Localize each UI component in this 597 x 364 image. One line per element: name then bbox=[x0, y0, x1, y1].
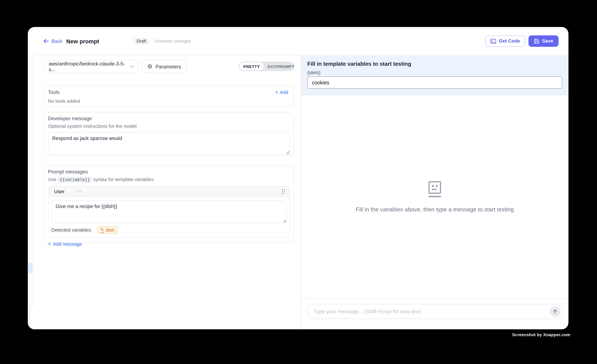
send-button[interactable] bbox=[550, 306, 560, 317]
prompt-messages-card: Prompt messages Use {{variable}} syntax … bbox=[44, 166, 294, 243]
watermark-text: Screenshot by Xnapper.com bbox=[512, 333, 570, 337]
app-window: Back New prompt Draft Unsaved changes Ge… bbox=[28, 27, 568, 329]
gear-icon: ⚙ bbox=[147, 64, 152, 69]
add-tool-button[interactable]: + Add bbox=[275, 90, 288, 95]
empty-state-text: Fill in the variables above, then type a… bbox=[356, 206, 514, 213]
prompt-editor-panel: aws/anthropic/bedrock-claude-3-5-s... ⚙ … bbox=[35, 56, 301, 329]
message-block: User Give me a recipe for {{dish}} bbox=[48, 186, 290, 238]
chevron-down-icon bbox=[130, 65, 134, 68]
detected-variables-label: Detected variables: bbox=[51, 228, 92, 233]
toggle-pretty[interactable]: PRETTY bbox=[239, 62, 264, 70]
tools-card: Tools + Add No tools added bbox=[44, 85, 294, 106]
message-content-textarea[interactable]: Give me a recipe for {{dish}} bbox=[51, 200, 287, 223]
developer-message-textarea[interactable]: Respond as jack sparrow would bbox=[48, 132, 290, 155]
variable-badge-dish[interactable]: ✎ dish bbox=[97, 226, 118, 234]
pencil-icon: ✎ bbox=[101, 228, 104, 232]
back-arrow-icon bbox=[43, 38, 49, 44]
detected-variables-row: Detected variables: ✎ dish bbox=[48, 223, 289, 237]
model-selector-value: aws/anthropic/bedrock-claude-3-5-s... bbox=[49, 61, 130, 72]
chat-empty-state: Fill in the variables above, then type a… bbox=[301, 95, 568, 298]
toggle-dotprompt[interactable]: DOTPROMPT bbox=[264, 62, 298, 70]
variable-dish-label: {{dish}} bbox=[307, 70, 562, 75]
prompt-messages-title: Prompt messages bbox=[48, 169, 290, 174]
variable-name: dish bbox=[106, 228, 114, 233]
add-message-label: Add message bbox=[53, 242, 82, 247]
message-role-header: User bbox=[48, 186, 289, 197]
robot-icon bbox=[427, 181, 442, 198]
header-bar: Back New prompt Draft Unsaved changes Ge… bbox=[35, 27, 568, 55]
background-sidebar-highlight bbox=[28, 262, 33, 273]
status-badge: Draft bbox=[133, 38, 149, 44]
page-title: New prompt bbox=[66, 38, 99, 44]
prompt-messages-subtitle: Use {{variable}} syntax for template var… bbox=[48, 177, 290, 182]
parameters-label: Parameters bbox=[156, 64, 181, 69]
developer-message-card: Developer message Optional system instru… bbox=[44, 112, 294, 156]
template-variables-box: Fill in template variables to start test… bbox=[301, 56, 568, 95]
chevron-down-icon[interactable] bbox=[78, 190, 82, 193]
chat-message-input[interactable] bbox=[313, 308, 545, 315]
message-role-select[interactable]: User bbox=[54, 189, 64, 194]
model-selector[interactable]: aws/anthropic/bedrock-claude-3-5-s... bbox=[44, 60, 139, 73]
back-button[interactable]: Back bbox=[43, 38, 63, 44]
add-message-button[interactable]: + Add message bbox=[48, 242, 290, 247]
get-code-label: Get Code bbox=[499, 38, 520, 44]
plus-icon: + bbox=[48, 242, 51, 247]
test-panel: Fill in template variables to start test… bbox=[301, 56, 568, 329]
get-code-button[interactable]: Get Code bbox=[486, 35, 525, 47]
terminal-icon bbox=[490, 38, 496, 44]
save-icon bbox=[534, 38, 540, 44]
save-button[interactable]: Save bbox=[528, 35, 558, 47]
chat-footer bbox=[301, 298, 568, 329]
back-label: Back bbox=[51, 38, 63, 44]
parameters-button[interactable]: ⚙ Parameters bbox=[142, 60, 186, 73]
template-variables-title: Fill in template variables to start test… bbox=[307, 61, 562, 67]
tools-empty-text: No tools added bbox=[48, 99, 288, 104]
plus-icon: + bbox=[275, 90, 278, 95]
background-sidebar-sliver bbox=[28, 56, 35, 329]
drag-handle-icon[interactable] bbox=[282, 189, 285, 194]
subtitle-suffix: syntax for template variables bbox=[93, 177, 154, 182]
arrow-up-icon bbox=[553, 309, 557, 314]
developer-message-subtitle: Optional system instructions for the mod… bbox=[48, 124, 290, 129]
chat-input-container bbox=[307, 304, 562, 319]
unsaved-changes-text: Unsaved changes bbox=[154, 38, 191, 44]
view-mode-toggle: PRETTY DOTPROMPT bbox=[239, 62, 294, 71]
page-background: Back New prompt Draft Unsaved changes Ge… bbox=[0, 0, 597, 364]
subtitle-prefix: Use bbox=[48, 177, 56, 182]
variable-syntax-chip: {{variable}} bbox=[58, 177, 92, 182]
save-label: Save bbox=[542, 38, 553, 44]
add-tool-label: Add bbox=[280, 90, 288, 95]
variable-dish-input[interactable] bbox=[307, 76, 562, 89]
tools-title: Tools bbox=[48, 89, 60, 95]
developer-message-title: Developer message bbox=[48, 116, 290, 121]
